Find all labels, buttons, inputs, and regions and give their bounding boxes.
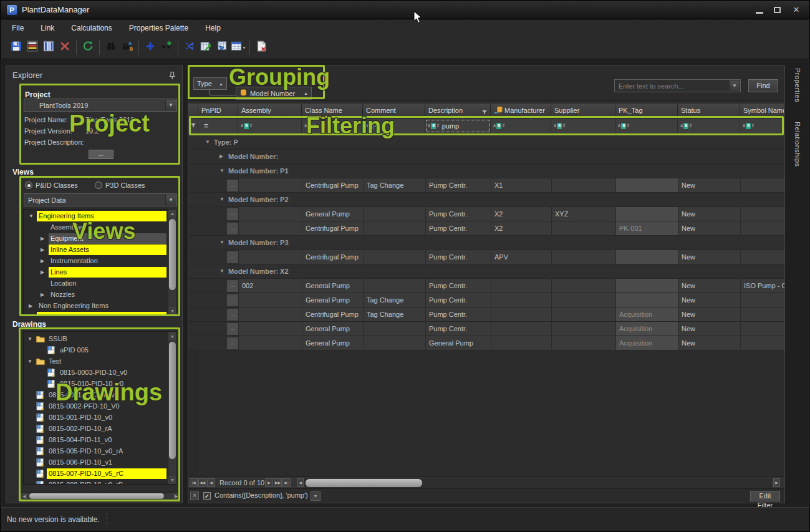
scroll-left-icon[interactable]: ◀ xyxy=(297,478,304,487)
table-row[interactable]: ...General PumpPump Centr.AcquisitionNew xyxy=(188,322,784,336)
tree-collapsed-icon[interactable]: ▶ xyxy=(41,256,44,267)
tree-expanded-icon[interactable]: ▼ xyxy=(29,211,34,222)
tree-item[interactable]: 0815-005-PID-10_v0_rA xyxy=(24,446,168,457)
p3d-classes-radio[interactable] xyxy=(95,181,102,189)
add-button[interactable] xyxy=(142,39,158,56)
menu-item-calculations[interactable]: Calculations xyxy=(71,24,112,32)
project-selector[interactable]: PlantTools 2019 ▼ xyxy=(24,99,177,112)
table-row[interactable]: ...Centrifugal PumpTag ChangePump Centr.… xyxy=(188,178,784,193)
tree-item[interactable]: 0815-006-PID-10_v1 xyxy=(24,457,168,468)
filter-cell-comment[interactable]: ABC xyxy=(363,119,425,133)
tree-item[interactable]: 0815-001-PID-10_v0 xyxy=(24,412,168,423)
scroll-up-icon[interactable]: ▲ xyxy=(168,332,176,340)
export-table-button[interactable] xyxy=(198,39,214,56)
filter-dropdown-icon[interactable]: ▼ xyxy=(311,491,321,501)
tree-collapsed-icon[interactable]: ▶ xyxy=(41,289,44,301)
tree-item[interactable]: Location xyxy=(24,278,168,289)
record-prev-button[interactable]: ◀ xyxy=(207,478,215,487)
column-header-assembly[interactable]: Assembly xyxy=(238,104,302,118)
import-table-button[interactable] xyxy=(214,39,230,56)
pin-icon[interactable] xyxy=(167,70,177,80)
tree-item[interactable]: ▶Inline Assets xyxy=(24,244,168,256)
group-row[interactable]: ▶Model Number: xyxy=(188,150,784,164)
column-header-pk_tag[interactable]: PK_Tag xyxy=(615,104,678,118)
scroll-down-icon[interactable]: ▼ xyxy=(168,307,176,315)
tree-item[interactable]: ▼Test xyxy=(24,356,168,367)
record-first-button[interactable]: |◀ xyxy=(190,478,198,487)
column-header-manufacturer[interactable]: Manufacturer xyxy=(491,104,551,118)
filter-enabled-checkbox[interactable]: ✓ xyxy=(203,492,211,500)
column-header-class_name[interactable]: Class Name xyxy=(302,104,363,118)
tree-item[interactable]: 0815-010-PID-10_v0 xyxy=(24,379,168,390)
table-row[interactable]: ...Centrifugal PumpPump Centr.X2PK-001Ne… xyxy=(188,221,784,236)
column-header-description[interactable]: Description xyxy=(425,104,491,118)
minimize-button[interactable] xyxy=(756,7,764,14)
group-type-button[interactable]: Type▲ xyxy=(193,77,227,90)
menu-item-help[interactable]: Help xyxy=(205,24,221,32)
record-next-button[interactable]: ▶ xyxy=(265,478,273,487)
menu-item-file[interactable]: File xyxy=(12,24,24,32)
row-detail-button[interactable]: ... xyxy=(227,309,238,321)
tree-item[interactable]: 0815-0002-PFD-10_V0 xyxy=(24,401,168,412)
tree-collapsed-icon[interactable]: ▶ xyxy=(41,267,44,278)
filter-operator[interactable]: = xyxy=(201,122,208,130)
column-header-supplier[interactable]: Supplier xyxy=(551,104,615,118)
scrollbar-thumb[interactable] xyxy=(29,493,164,499)
row-detail-button[interactable]: ... xyxy=(227,294,238,306)
explorer-horizontal-scrollbar[interactable]: ◀ ▶ xyxy=(20,492,181,500)
menu-item-link[interactable]: Link xyxy=(41,24,54,32)
tree-item[interactable]: Pipe Line Segments xyxy=(24,312,168,316)
tree-item[interactable]: ▼Engineering Items xyxy=(24,211,168,222)
table-row[interactable]: ...General PumpTag ChangePump Centr.New xyxy=(188,293,784,307)
filter-cell-assembly[interactable]: ABC xyxy=(238,119,302,133)
tree-item[interactable]: ▶Equipment xyxy=(24,233,168,244)
group-row[interactable]: ▼Model Number: X2 xyxy=(188,264,784,279)
row-detail-button[interactable]: ... xyxy=(227,180,238,191)
layout-columns-button[interactable] xyxy=(41,39,57,56)
tree-item[interactable]: ▶Lines xyxy=(24,267,168,278)
record-next-page-button[interactable]: ▶▶ xyxy=(274,478,282,487)
tree-item[interactable]: 0815-008-PID-10_v0_rB xyxy=(24,480,168,485)
scrollbar-thumb[interactable] xyxy=(169,342,176,459)
column-header-pnpid[interactable]: PnPID xyxy=(198,104,238,118)
edit-filter-button[interactable]: Edit Filter xyxy=(750,491,780,501)
close-button[interactable]: ✕ xyxy=(792,5,801,15)
tree-item[interactable]: ▶Non Engineering Items xyxy=(24,301,168,312)
vertical-scrollbar[interactable]: ▲▼ xyxy=(168,210,176,315)
close-filter-icon[interactable]: ✕ xyxy=(190,491,199,500)
scrollbar-thumb[interactable] xyxy=(169,219,176,290)
pid-classes-radio[interactable] xyxy=(25,181,32,189)
layout-rows-button[interactable] xyxy=(24,39,41,56)
table-view-button[interactable]: ▾ xyxy=(230,39,246,56)
group-expanded-icon[interactable]: ▼ xyxy=(219,236,224,249)
group-expanded-icon[interactable]: ▼ xyxy=(205,135,210,149)
tree-expanded-icon[interactable]: ▼ xyxy=(27,356,32,367)
tree-expanded-icon[interactable]: ▼ xyxy=(27,334,32,345)
chevron-down-icon[interactable]: ▼ xyxy=(729,80,740,91)
group-row[interactable]: ▼Type: P xyxy=(188,135,784,150)
search-input[interactable] xyxy=(615,80,728,92)
row-detail-button[interactable]: ... xyxy=(227,223,238,235)
compare-button[interactable] xyxy=(181,39,198,56)
add-valve-button[interactable] xyxy=(158,39,175,56)
tree-item[interactable]: ▼SSUB xyxy=(24,334,168,345)
tree-item[interactable]: 0815-004-PID-11_v0 xyxy=(24,435,168,446)
column-header-status[interactable]: Status xyxy=(678,104,740,118)
tree-item[interactable]: 0815-007-PID-10_v5_rC xyxy=(24,468,168,480)
views-selector[interactable]: Project Data ▼ xyxy=(24,193,177,206)
filter-cell-supplier[interactable]: ABC xyxy=(551,119,615,133)
group-expanded-icon[interactable]: ▼ xyxy=(219,193,224,206)
tree-collapsed-icon[interactable]: ▶ xyxy=(41,244,44,256)
scroll-right-icon[interactable]: ▶ xyxy=(773,478,780,487)
chevron-down-icon[interactable]: ▾ xyxy=(243,45,245,51)
filter-cell-pk_tag[interactable]: ABC xyxy=(615,119,678,133)
refresh-button[interactable] xyxy=(80,39,96,56)
vertical-scrollbar[interactable]: ▲▼ xyxy=(168,332,176,484)
find-button[interactable] xyxy=(103,39,119,56)
chevron-down-icon[interactable]: ▼ xyxy=(165,100,176,110)
tree-item[interactable]: ▶Nozzles xyxy=(24,289,168,301)
tree-item[interactable]: 0815-002-PID-10_rA xyxy=(24,423,168,435)
grid-horizontal-scrollbar[interactable] xyxy=(304,478,772,488)
tree-item[interactable]: 0815-0003-PID-10_v0 xyxy=(24,367,168,379)
scroll-up-icon[interactable]: ▲ xyxy=(168,210,176,218)
